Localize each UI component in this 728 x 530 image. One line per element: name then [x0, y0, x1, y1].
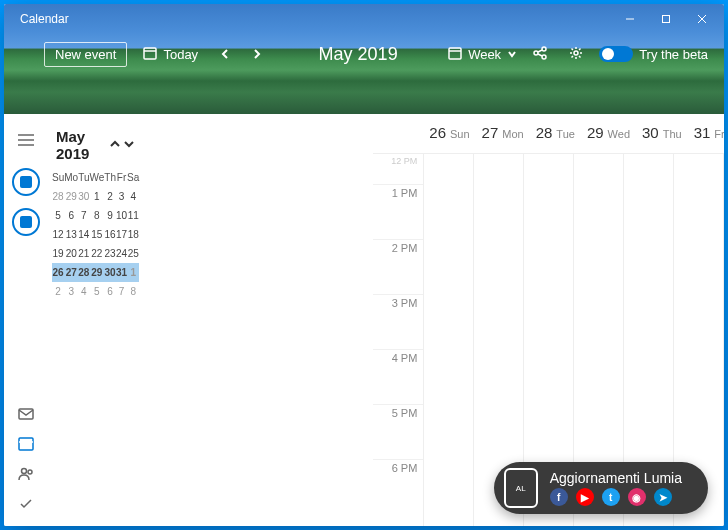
mini-cal-day[interactable]: 8 [127, 282, 139, 301]
next-button[interactable] [246, 45, 268, 63]
day-header[interactable]: 27Mon [476, 114, 530, 153]
chevron-down-icon [507, 47, 517, 62]
share-icon [533, 46, 547, 63]
mini-cal-day[interactable]: 14 [78, 225, 89, 244]
mini-cal-day[interactable]: 7 [78, 206, 89, 225]
mini-cal-day[interactable]: 16 [104, 225, 116, 244]
mini-cal-day[interactable]: 6 [64, 206, 78, 225]
mini-cal-day[interactable]: 23 [104, 244, 116, 263]
mini-cal-day[interactable]: 1 [89, 187, 104, 206]
svg-line-11 [538, 50, 542, 52]
day-column[interactable] [723, 154, 724, 526]
mini-cal-day[interactable]: 18 [127, 225, 139, 244]
day-header[interactable]: 30Thu [636, 114, 688, 153]
mini-cal-day[interactable]: 17 [116, 225, 127, 244]
title-bar: Calendar [4, 4, 724, 34]
watermark-label: Aggiornamenti Lumia [550, 470, 682, 486]
day-header[interactable]: 28Tue [530, 114, 581, 153]
mini-cal-day[interactable]: 9 [104, 206, 116, 225]
mini-cal-day[interactable]: 28 [78, 263, 89, 282]
day-column[interactable] [423, 154, 473, 526]
mini-cal-day[interactable]: 2 [104, 187, 116, 206]
svg-point-8 [534, 51, 538, 55]
mini-cal-day[interactable]: 4 [78, 282, 89, 301]
mini-cal-day[interactable]: 10 [116, 206, 127, 225]
mini-cal-day[interactable]: 27 [64, 263, 78, 282]
gear-icon [569, 46, 583, 63]
svg-rect-1 [663, 16, 670, 23]
time-label: 6 PM [373, 459, 423, 514]
view-selector[interactable]: Week [448, 46, 517, 63]
mini-cal-day[interactable]: 29 [89, 263, 104, 282]
mini-cal-dow: Fr [116, 168, 127, 187]
mini-cal-day[interactable]: 5 [52, 206, 64, 225]
close-button[interactable] [684, 5, 720, 33]
day-headers: 26Sun27Mon28Tue29Wed30Thu31FriJun 1 [373, 114, 724, 154]
mini-cal-grid: SuMoTuWeThFrSa28293012345678910111213141… [52, 168, 139, 301]
mini-cal-day[interactable]: 13 [64, 225, 78, 244]
mini-cal-day[interactable]: 19 [52, 244, 64, 263]
mini-cal-prev[interactable] [109, 136, 121, 154]
mini-cal-day[interactable]: 7 [116, 282, 127, 301]
mini-cal-day[interactable]: 29 [64, 187, 78, 206]
mini-cal-title: May 2019 [56, 128, 109, 162]
mini-cal-day[interactable]: 20 [64, 244, 78, 263]
day-header[interactable]: 29Wed [581, 114, 636, 153]
mini-cal-day[interactable]: 26 [52, 263, 64, 282]
prev-button[interactable] [214, 45, 236, 63]
mini-cal-day[interactable]: 25 [127, 244, 139, 263]
social-icons: f▶t◉➤ [550, 488, 682, 506]
settings-button[interactable] [563, 42, 589, 67]
calendar-week-icon [448, 46, 462, 63]
mini-cal-day[interactable]: 4 [127, 187, 139, 206]
telegram-icon: ➤ [654, 488, 672, 506]
today-button[interactable]: Today [137, 42, 204, 67]
time-label: 5 PM [373, 404, 423, 459]
phone-icon [504, 468, 538, 508]
mini-cal-dow: We [89, 168, 104, 187]
new-event-button[interactable]: New event [44, 42, 127, 67]
month-title: May 2019 [319, 44, 398, 65]
mini-cal-day[interactable]: 11 [127, 206, 139, 225]
day-header[interactable]: 31Fri [688, 114, 724, 153]
instagram-icon: ◉ [628, 488, 646, 506]
toggle-switch[interactable] [599, 46, 633, 62]
mini-cal-day[interactable]: 5 [89, 282, 104, 301]
day-header[interactable]: 26Sun [423, 114, 475, 153]
mini-cal-day[interactable]: 24 [116, 244, 127, 263]
try-beta-toggle[interactable]: Try the beta [599, 46, 708, 62]
minimize-button[interactable] [612, 5, 648, 33]
mini-cal-dow: Th [104, 168, 116, 187]
time-label: 12 PM [373, 154, 423, 184]
svg-point-10 [542, 55, 546, 59]
mini-cal-day[interactable]: 3 [116, 187, 127, 206]
mini-cal-dow: Mo [64, 168, 78, 187]
mini-cal-day[interactable]: 31 [116, 263, 127, 282]
mini-cal-day[interactable]: 22 [89, 244, 104, 263]
mini-cal-next[interactable] [123, 136, 135, 154]
mini-cal-day[interactable]: 21 [78, 244, 89, 263]
mini-cal-day[interactable]: 1 [127, 263, 139, 282]
time-label: 4 PM [373, 349, 423, 404]
svg-rect-4 [144, 48, 156, 59]
mini-cal-day[interactable]: 6 [104, 282, 116, 301]
mini-cal-day[interactable]: 2 [52, 282, 64, 301]
mini-cal-day[interactable]: 3 [64, 282, 78, 301]
mini-cal-day[interactable]: 8 [89, 206, 104, 225]
time-label: 3 PM [373, 294, 423, 349]
maximize-button[interactable] [648, 5, 684, 33]
watermark-badge: Aggiornamenti Lumia f▶t◉➤ [494, 462, 708, 514]
app-title: Calendar [20, 12, 69, 26]
calendar-today-icon [143, 46, 157, 63]
svg-rect-6 [449, 48, 461, 59]
share-button[interactable] [527, 42, 553, 67]
mini-cal-day[interactable]: 15 [89, 225, 104, 244]
mini-cal-dow: Su [52, 168, 64, 187]
facebook-icon: f [550, 488, 568, 506]
mini-cal-day[interactable]: 12 [52, 225, 64, 244]
mini-cal-day[interactable]: 28 [52, 187, 64, 206]
twitter-icon: t [602, 488, 620, 506]
mini-cal-dow: Tu [78, 168, 89, 187]
mini-cal-day[interactable]: 30 [78, 187, 89, 206]
mini-cal-day[interactable]: 30 [104, 263, 116, 282]
